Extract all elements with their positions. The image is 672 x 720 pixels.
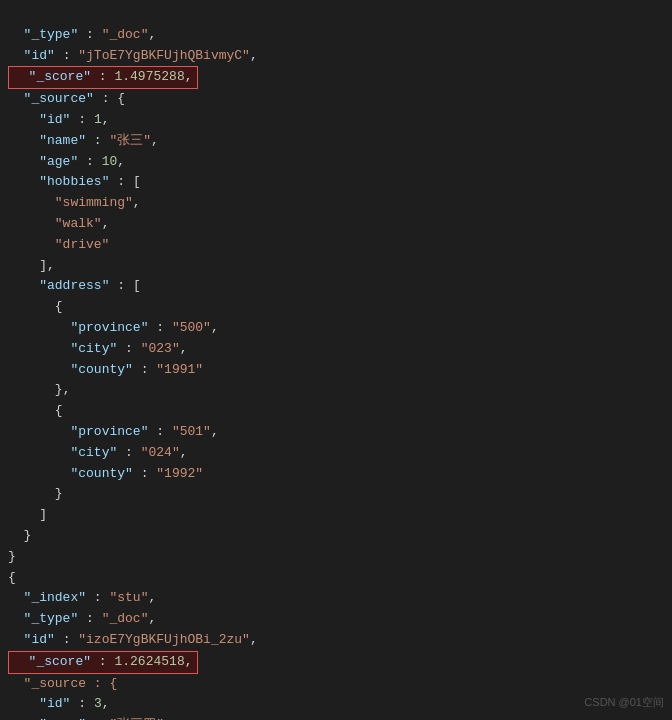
code-line-32: "_source : { (8, 674, 672, 695)
code-line-4: "_source" : { (8, 89, 672, 110)
code-line-6: "name" : "张三", (8, 131, 672, 152)
code-line-31: "_score" : 1.2624518, (8, 651, 672, 674)
code-line-17: "county" : "1991" (8, 360, 672, 381)
code-line-1: "_type" : "_doc", (8, 25, 672, 46)
code-line-24: ] (8, 505, 672, 526)
code-line-26: } (8, 547, 672, 568)
code-line-29: "_type" : "_doc", (8, 609, 672, 630)
code-line-3: "_score" : 1.4975288, (8, 66, 672, 89)
code-line-19: { (8, 401, 672, 422)
code-line-13: "address" : [ (8, 276, 672, 297)
code-line-21: "city" : "024", (8, 443, 672, 464)
code-line-33: "id" : 3, (8, 694, 672, 715)
code-line-20: "province" : "501", (8, 422, 672, 443)
code-line-18: }, (8, 380, 672, 401)
code-line-11: "drive" (8, 235, 672, 256)
code-line-5: "id" : 1, (8, 110, 672, 131)
code-line-16: "city" : "023", (8, 339, 672, 360)
code-line-7: "age" : 10, (8, 152, 672, 173)
code-line-34: "name" : "张三四", (8, 715, 672, 720)
code-line-2: "id" : "jToE7YgBKFUjhQBivmyC", (8, 46, 672, 67)
code-line-8: "hobbies" : [ (8, 172, 672, 193)
code-line-22: "county" : "1992" (8, 464, 672, 485)
code-line-28: "_index" : "stu", (8, 588, 672, 609)
code-line-30: "id" : "izoE7YgBKFUjhOBi_2zu", (8, 630, 672, 651)
code-line-23: } (8, 484, 672, 505)
code-line-9: "swimming", (8, 193, 672, 214)
code-line-12: ], (8, 256, 672, 277)
code-line-10: "walk", (8, 214, 672, 235)
code-line-14: { (8, 297, 672, 318)
code-line-15: "province" : "500", (8, 318, 672, 339)
code-line-27: { (8, 568, 672, 589)
code-viewer: "_type" : "_doc", "id" : "jToE7YgBKFUjhQ… (0, 0, 672, 720)
watermark: CSDN @01空间 (584, 694, 664, 712)
code-line-25: } (8, 526, 672, 547)
